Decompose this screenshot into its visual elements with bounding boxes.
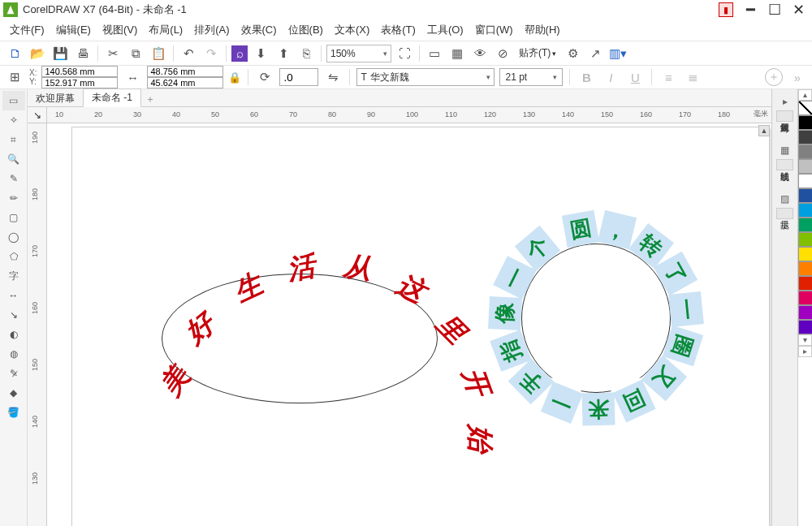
color-swatch[interactable] <box>798 305 812 320</box>
color-swatch[interactable] <box>798 247 812 261</box>
undo-icon[interactable]: ↶ <box>179 44 198 63</box>
rotation-input[interactable] <box>279 68 318 86</box>
bold-icon[interactable]: B <box>577 67 596 87</box>
italic-icon[interactable]: I <box>601 67 620 87</box>
add-property-icon[interactable]: ＋ <box>765 68 783 86</box>
color-swatch[interactable] <box>798 188 812 203</box>
pos-y-input[interactable] <box>41 77 118 88</box>
docker-object-properties[interactable]: 对象属性 <box>776 110 793 122</box>
text-tool-icon[interactable]: 字 <box>2 266 25 286</box>
bullet-list-icon[interactable]: ≣ <box>683 67 702 87</box>
font-family-select[interactable]: T 华文新魏 ▾ <box>356 68 495 86</box>
import-icon[interactable]: ⬇ <box>251 44 270 63</box>
app-launcher-icon[interactable]: ▥▾ <box>608 44 628 63</box>
docker-guidelines[interactable]: 辅助线 <box>776 159 793 170</box>
color-swatch[interactable] <box>798 232 812 247</box>
maximize-button[interactable]: ☐ <box>764 2 785 18</box>
width-input[interactable] <box>147 66 223 77</box>
interactive-fill-icon[interactable]: ◆ <box>2 383 25 403</box>
save-icon[interactable]: 💾 <box>50 44 70 63</box>
snap-to-dropdown[interactable]: 贴齐(T) ▾ <box>516 44 559 63</box>
palette-flyout-icon[interactable]: ▸ <box>798 346 812 357</box>
rectangle-tool-icon[interactable]: ▢ <box>2 208 25 227</box>
options-icon[interactable]: ⚙ <box>563 44 582 63</box>
text-align-icon[interactable]: ≡ <box>659 67 678 87</box>
pick-tool-icon[interactable]: ▭ <box>2 91 25 110</box>
color-swatch[interactable] <box>798 291 812 305</box>
smart-fill-icon[interactable]: 🪣 <box>2 403 25 422</box>
menu-edit[interactable]: 编辑(E) <box>51 21 96 39</box>
menu-tools[interactable]: 工具(O) <box>422 21 469 39</box>
artistic-text-circle[interactable]: 圆，转了一圈又回来一手指像一个 <box>490 213 702 424</box>
shape-tool-icon[interactable]: ✧ <box>2 110 25 130</box>
connector-tool-icon[interactable]: ↘ <box>2 305 25 325</box>
color-swatch[interactable] <box>798 203 812 218</box>
canvas[interactable]: 美好生活从这里开始 圆，转了一圈又回来一手指像一个 ▲ <box>47 123 771 526</box>
color-swatch[interactable] <box>798 276 812 291</box>
print-icon[interactable]: 🖶 <box>73 44 93 63</box>
color-swatch[interactable] <box>798 261 812 276</box>
open-icon[interactable]: 📂 <box>28 44 47 63</box>
menu-effects[interactable]: 效果(C) <box>236 21 282 39</box>
docker-pattern-icon[interactable]: ▦ <box>772 141 797 159</box>
pos-x-input[interactable] <box>41 66 118 77</box>
color-swatch[interactable] <box>798 130 812 144</box>
color-swatch[interactable] <box>798 218 812 232</box>
fullscreen-icon[interactable]: ⛶ <box>395 44 414 63</box>
menu-table[interactable]: 表格(T) <box>376 21 421 39</box>
cut-icon[interactable]: ✂ <box>103 44 123 63</box>
eyedropper-icon[interactable]: ✎̷ <box>2 364 25 383</box>
freehand-tool-icon[interactable]: ✎ <box>2 169 25 188</box>
tab-document[interactable]: 未命名 -1 <box>83 88 141 107</box>
menu-file[interactable]: 文件(F) <box>5 21 50 39</box>
menu-bitmaps[interactable]: 位图(B) <box>283 21 328 39</box>
tab-add-icon[interactable]: ＋ <box>143 92 158 106</box>
ruler-horizontal[interactable]: 毫米 1020304050607080901001101201301401501… <box>47 107 771 123</box>
color-swatch[interactable] <box>798 174 812 188</box>
close-button[interactable]: ✕ <box>788 2 809 18</box>
redo-icon[interactable]: ↷ <box>201 44 221 63</box>
menu-view[interactable]: 视图(V) <box>97 21 142 39</box>
docker-toggle-icon[interactable]: ▸ <box>772 93 797 110</box>
color-swatch[interactable] <box>798 115 812 130</box>
show-rulers-icon[interactable]: ▭ <box>425 44 444 63</box>
zoom-tool-icon[interactable]: 🔍 <box>2 149 25 169</box>
show-grid-icon[interactable]: ▦ <box>447 44 467 63</box>
artistic-text-red[interactable]: 美好生活从这里开始 <box>145 241 454 379</box>
ruler-vertical[interactable]: 190180170160150140130 <box>28 123 47 526</box>
export-icon[interactable]: ⬆ <box>274 44 293 63</box>
tab-welcome[interactable]: 欢迎屏幕 <box>28 90 83 107</box>
zoom-level[interactable]: 150%▾ <box>326 45 391 63</box>
color-swatch[interactable] <box>798 101 812 115</box>
search-content-icon[interactable]: ⌕ <box>231 45 248 62</box>
crop-tool-icon[interactable]: ⌗ <box>2 130 25 149</box>
height-input[interactable] <box>147 77 223 88</box>
ellipse-tool-icon[interactable]: ◯ <box>2 227 25 247</box>
menu-layout[interactable]: 布局(L) <box>144 21 188 39</box>
menu-text[interactable]: 文本(X) <box>330 21 374 39</box>
paste-icon[interactable]: 📋 <box>149 44 168 63</box>
publish-pdf-icon[interactable]: ⎘ <box>296 44 316 63</box>
font-size-select[interactable]: 21 pt▾ <box>499 68 563 86</box>
polygon-tool-icon[interactable]: ⬠ <box>2 247 25 266</box>
transparency-icon[interactable]: ◍ <box>2 344 25 364</box>
drop-shadow-icon[interactable]: ◐ <box>2 325 25 344</box>
menu-arrange[interactable]: 排列(A) <box>189 21 234 39</box>
minimize-button[interactable]: ━ <box>740 2 761 18</box>
artistic-media-icon[interactable]: ✏ <box>2 188 25 208</box>
snap-off-icon[interactable]: ⊘ <box>493 44 512 63</box>
color-swatch[interactable] <box>798 320 812 334</box>
color-swatch[interactable] <box>798 144 812 159</box>
expand-property-icon[interactable]: » <box>788 67 807 87</box>
docker-texture-icon[interactable]: ▨ <box>772 190 797 208</box>
launch-icon[interactable]: ↗ <box>585 44 605 63</box>
menu-window[interactable]: 窗口(W) <box>470 21 518 39</box>
ruler-origin-icon[interactable]: ↘ <box>28 107 47 123</box>
user-badge-icon[interactable]: ▮ <box>719 2 733 17</box>
color-swatch[interactable] <box>798 159 812 174</box>
menu-help[interactable]: 帮助(H) <box>520 21 565 39</box>
mirror-h-icon[interactable]: ⇋ <box>323 67 343 87</box>
copy-icon[interactable]: ⧉ <box>126 44 145 63</box>
parallel-dim-icon[interactable]: ↔ <box>2 286 25 305</box>
new-doc-icon[interactable]: 🗋 <box>5 44 24 63</box>
